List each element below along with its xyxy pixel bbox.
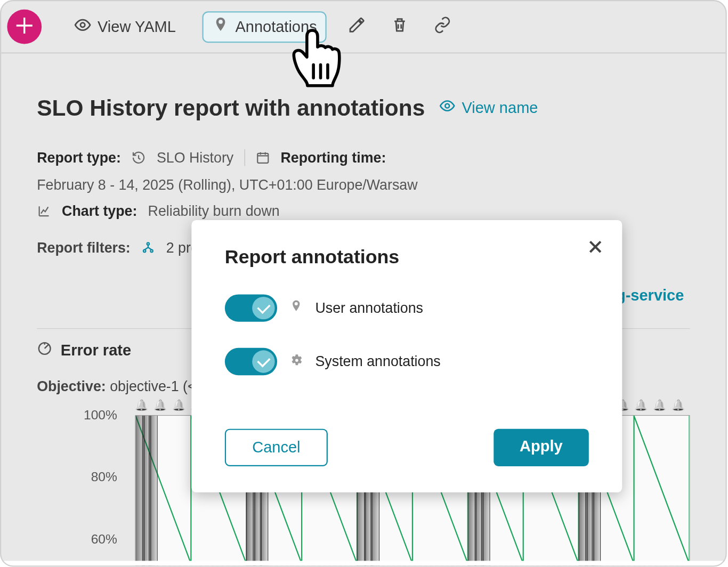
- chart-type-label: Chart type:: [62, 203, 137, 220]
- history-icon: [132, 150, 146, 165]
- report-type-value: SLO History: [157, 149, 233, 166]
- annotation-band: [149, 416, 158, 566]
- edit-button[interactable]: [344, 12, 369, 42]
- bell-icon: 🔔: [634, 399, 646, 410]
- report-type-label: Report type:: [37, 149, 121, 166]
- view-name-label: View name: [462, 99, 538, 117]
- system-annotations-toggle[interactable]: [225, 348, 277, 375]
- user-annotations-toggle[interactable]: [225, 294, 277, 321]
- pin-icon: [289, 299, 303, 317]
- pin-icon: [212, 16, 229, 38]
- bell-icon: 🔔: [672, 399, 683, 410]
- view-yaml-label: View YAML: [98, 18, 176, 36]
- toolbar: View YAML Annotations: [1, 1, 725, 53]
- system-annotations-label: System annotations: [315, 353, 440, 370]
- y-tick: 100%: [84, 407, 117, 423]
- view-name-button[interactable]: View name: [439, 98, 538, 118]
- gear-icon: [289, 353, 303, 370]
- chart-icon: [37, 204, 51, 218]
- report-annotations-modal: Report annotations User annotations Syst…: [191, 220, 622, 492]
- y-tick: 60%: [91, 531, 117, 547]
- svg-point-3: [147, 242, 149, 245]
- plus-icon: [14, 15, 35, 39]
- svg-point-0: [80, 22, 85, 27]
- page-title: SLO History report with annotations: [37, 95, 425, 121]
- pencil-icon: [348, 16, 366, 38]
- reporting-time-value: February 8 - 14, 2025 (Rolling), UTC+01:…: [37, 176, 417, 193]
- y-tick: 80%: [91, 469, 117, 485]
- objective-value: objective-1 (<1: [110, 378, 204, 394]
- modal-close-button[interactable]: [586, 238, 604, 258]
- objective-label: Objective:: [37, 378, 106, 394]
- view-yaml-button[interactable]: View YAML: [66, 12, 184, 42]
- report-filters-label: Report filters:: [37, 240, 131, 256]
- separator: [244, 149, 245, 166]
- bell-icon: 🔔: [172, 399, 184, 410]
- svg-point-5: [151, 250, 153, 252]
- svg-rect-2: [257, 153, 268, 163]
- svg-point-4: [143, 250, 145, 252]
- cancel-button[interactable]: Cancel: [225, 429, 328, 466]
- app-window: View YAML Annotations SLO Histo: [0, 0, 727, 567]
- eye-icon: [439, 98, 456, 118]
- reporting-time-label: Reporting time:: [280, 149, 386, 166]
- annotations-button[interactable]: Annotations: [202, 11, 327, 43]
- delete-button[interactable]: [387, 12, 412, 42]
- apply-button[interactable]: Apply: [494, 429, 589, 466]
- org-icon: [141, 241, 156, 255]
- add-button[interactable]: [7, 10, 42, 44]
- section-title-error-rate: Error rate: [61, 342, 131, 360]
- annotations-label: Annotations: [235, 18, 317, 36]
- user-annotations-label: User annotations: [315, 299, 423, 316]
- annotation-band: [689, 416, 690, 566]
- bell-icon: 🔔: [135, 399, 147, 410]
- bell-icon: 🔔: [153, 399, 165, 410]
- trash-icon: [391, 16, 408, 38]
- calendar-icon: [256, 150, 270, 165]
- link-icon: [433, 16, 451, 38]
- target-icon: [37, 341, 52, 360]
- modal-title: Report annotations: [225, 246, 589, 268]
- close-icon: [586, 247, 604, 257]
- link-button[interactable]: [430, 12, 455, 42]
- bell-icon: 🔔: [653, 399, 665, 410]
- chart-type-value: Reliability burn down: [148, 203, 280, 220]
- svg-point-1: [446, 104, 450, 108]
- eye-icon: [74, 16, 91, 38]
